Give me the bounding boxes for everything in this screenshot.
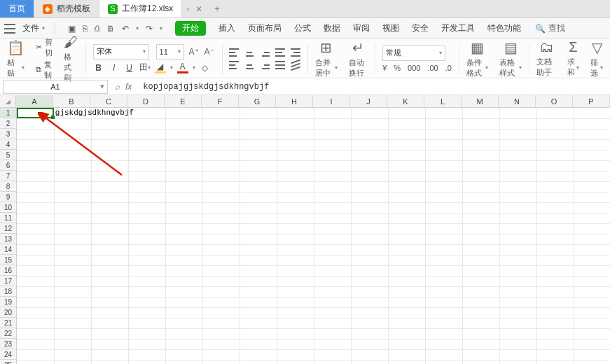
table-style-button[interactable]: ▤ 表格样式▾ [495,39,526,78]
row-header-1[interactable]: 1 [0,108,16,118]
col-header-O[interactable]: O [536,95,573,107]
filter-button[interactable]: ▽ 筛选▾ [586,39,607,78]
row-header-22[interactable]: 22 [0,328,16,339]
row-header-21[interactable]: 21 [0,318,16,328]
increase-font-icon[interactable]: A⁺ [188,46,200,57]
valign-bottom-icon[interactable] [260,48,270,57]
row-header-23[interactable]: 23 [0,339,16,349]
ribbon-tab-insert[interactable]: 插入 [219,22,235,34]
font-name-select[interactable]: 宋体▾ [93,44,149,59]
ribbon-tab-layout[interactable]: 页面布局 [248,22,282,34]
align-right-icon[interactable] [260,61,270,69]
wrap-text-button[interactable]: ↵ 自动换行 [345,39,373,78]
col-header-B[interactable]: B [53,95,90,107]
ribbon-tab-data[interactable]: 数据 [324,22,340,34]
row-header-24[interactable]: 24 [0,349,16,360]
copy-button[interactable]: ⧉复制 [36,59,53,80]
ribbon-tab-special[interactable]: 特色功能 [487,22,521,34]
save-icon[interactable]: ▣ [68,24,76,34]
valign-top-icon[interactable] [229,48,239,57]
row-header-19[interactable]: 19 [0,297,16,307]
valign-middle-icon[interactable] [244,48,254,57]
col-header-E[interactable]: E [165,95,202,107]
currency-icon[interactable]: ¥ [382,64,387,72]
save-as-icon[interactable]: ⎘ [83,24,88,34]
col-header-L[interactable]: L [424,95,462,107]
close-tab-icon[interactable]: ✕ [195,4,202,14]
ribbon-tab-view[interactable]: 视图 [382,22,399,34]
col-header-A[interactable]: A [16,95,53,107]
row-header-15[interactable]: 15 [0,255,16,265]
col-header-D[interactable]: D [127,95,165,107]
underline-button[interactable]: U [124,62,135,74]
row-header-18[interactable]: 18 [0,286,16,297]
fx-icon[interactable]: fx [125,82,132,92]
add-tab-button[interactable]: ＋ [207,0,228,18]
file-menu[interactable]: 文件 ▾ [20,21,48,36]
row-header-11[interactable]: 11 [0,213,16,223]
name-box[interactable]: A1 ▾ [3,80,108,94]
cells-area[interactable]: kopjopajgjskdgjsdkhngvbjf [17,108,610,364]
indent-increase-icon[interactable] [291,48,300,57]
row-header-7[interactable]: 7 [0,171,16,181]
row-header-12[interactable]: 12 [0,223,16,234]
row-header-13[interactable]: 13 [0,234,16,244]
undo-icon[interactable]: ↶ [122,24,129,34]
row-header-9[interactable]: 9 [0,192,16,202]
font-size-select[interactable]: 11▾ [156,44,184,59]
chevron-down-icon[interactable]: ▾ [193,64,195,71]
col-header-N[interactable]: N [499,95,536,107]
sum-button[interactable]: Σ 求和▾ [563,39,584,78]
number-format-select[interactable]: 常规▾ [382,46,445,61]
active-cell[interactable] [17,108,54,118]
paste-group[interactable]: 📋 粘贴▾ [3,39,29,78]
print-preview-icon[interactable]: 🗎 [106,24,115,34]
hamburger-icon[interactable] [4,24,15,34]
border-button[interactable]: 田▾ [139,62,151,74]
doc-assist-button[interactable]: 🗂 文档助手 [532,39,560,78]
ribbon-tab-dev[interactable]: 开发工具 [441,22,475,34]
font-color-button[interactable]: A [177,62,188,74]
col-header-K[interactable]: K [387,95,424,107]
chevron-down-icon[interactable]: ▾ [170,64,173,71]
tab-workbook[interactable]: S 工作簿12.xlsx [99,0,182,18]
col-header-I[interactable]: I [313,95,350,107]
col-header-J[interactable]: J [350,95,387,107]
row-header-4[interactable]: 4 [0,139,16,150]
row-header-17[interactable]: 17 [0,276,16,286]
col-header-C[interactable]: C [90,95,127,107]
format-painter-button[interactable]: 🖌 格式刷 [60,34,83,83]
col-header-H[interactable]: H [276,95,313,107]
undo-dropdown-icon[interactable]: ▾ [136,25,139,31]
indent-decrease-icon[interactable] [275,48,285,57]
select-all-corner[interactable]: ◢ [0,95,16,108]
redo-dropdown-icon[interactable]: ▾ [160,25,162,31]
percent-icon[interactable]: % [394,64,401,72]
col-header-F[interactable]: F [202,95,239,107]
clear-format-icon[interactable]: ◇ [200,62,211,74]
search-button[interactable]: 🔍 查找 [535,22,565,34]
ribbon-tab-formula[interactable]: 公式 [294,22,311,34]
conditional-format-button[interactable]: ▦ 条件格式▾ [462,39,493,78]
italic-button[interactable]: I [109,62,120,74]
chevron-down-icon[interactable]: ▾ [100,82,104,91]
col-header-G[interactable]: G [239,95,276,107]
formula-input[interactable] [139,80,610,94]
row-header-10[interactable]: 10 [0,202,16,213]
print-icon[interactable]: ⎙ [95,24,99,34]
row-header-8[interactable]: 8 [0,181,16,192]
row-header-5[interactable]: 5 [0,150,16,160]
orientation-icon[interactable] [291,61,300,69]
row-header-3[interactable]: 3 [0,129,16,139]
ribbon-tab-start[interactable]: 开始 [175,21,206,36]
tab-menu-icon[interactable]: ▫ [186,4,189,14]
fill-color-button[interactable]: ◢ [155,62,166,74]
row-header-16[interactable]: 16 [0,265,16,276]
cut-button[interactable]: ✂剪切 [36,37,53,58]
col-header-P[interactable]: P [573,95,610,107]
row-header-2[interactable]: 2 [0,118,16,129]
align-center-icon[interactable] [244,61,254,69]
comma-style-icon[interactable]: 000 [408,64,420,72]
decrease-font-icon[interactable]: A⁻ [204,46,215,57]
ribbon-tab-security[interactable]: 安全 [412,22,429,34]
